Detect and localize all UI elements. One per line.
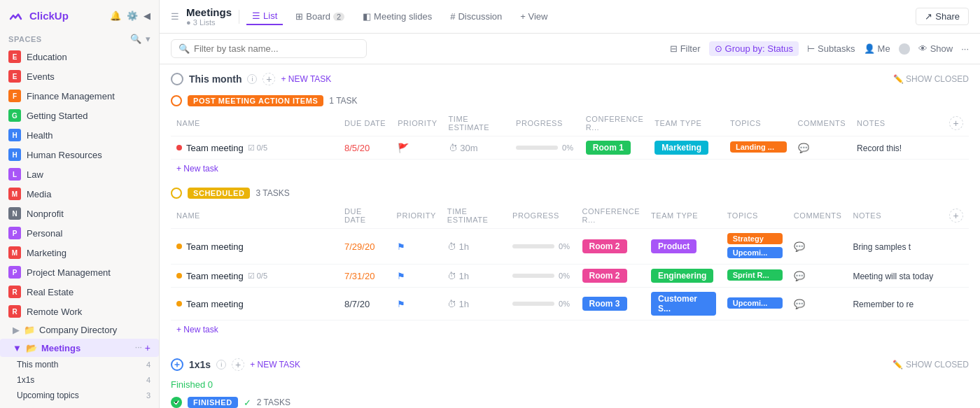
task-name-cell: Team meeting ☑ 0/5 <box>176 271 333 281</box>
folder-remote-onboarding[interactable]: ▶ 📁 Remote Onboarding <box>0 403 159 408</box>
time-estimate-cell: ⏱ 1h <box>447 241 469 252</box>
time-estimate-cell: ⏱ 1h <box>447 299 469 309</box>
toolbar-right: ⊟ Filter ⊙ Group by: Status ⊢ Subtasks 👤… <box>670 41 969 56</box>
subtasks-button[interactable]: ⊢ Subtasks <box>807 43 855 54</box>
share-button[interactable]: ↗ Share <box>916 8 969 25</box>
task-name-cell: Team meeting <box>176 299 333 309</box>
chevron-down-icon: ▼ <box>13 343 22 353</box>
more-options-button[interactable]: ··· <box>961 43 969 54</box>
sidebar-item-personal[interactable]: P Personal <box>0 223 159 243</box>
meetings-subitem-1x1s[interactable]: 1x1s 4 <box>0 372 159 388</box>
chevron-right-icon: ▶ <box>13 325 20 335</box>
comments-cell[interactable]: 💬 <box>794 299 805 309</box>
col-header-add[interactable]: + <box>944 111 969 136</box>
new-task-button-1x1s[interactable]: + NEW TASK <box>250 360 300 370</box>
filter-icon: ⊟ <box>670 43 678 54</box>
col-header-add[interactable]: + <box>944 203 969 229</box>
col-header-time: TIME ESTIMATE <box>442 203 507 229</box>
settings-icon[interactable]: ⚙️ <box>127 10 138 21</box>
filter-button[interactable]: ⊟ Filter <box>670 43 701 54</box>
bell-icon[interactable]: 🔔 <box>110 10 121 21</box>
finished-check-icon: ✓ <box>244 398 251 408</box>
add-task-circle-button-1x1s[interactable]: + <box>232 358 244 371</box>
sidebar-item-remote-work[interactable]: R Remote Work <box>0 302 159 321</box>
tab-meeting-slides[interactable]: ◧ Meeting slides <box>357 8 438 24</box>
sidebar-item-real-estate[interactable]: R Real Estate <box>0 282 159 302</box>
search-icon[interactable]: 🔍 <box>130 34 141 44</box>
sidebar-item-events[interactable]: E Events <box>0 66 159 86</box>
pencil-icon: ✏️ <box>893 74 904 84</box>
progress-cell: 0% <box>516 143 575 152</box>
sidebar-item-health[interactable]: H Health <box>0 125 159 145</box>
due-date-cell: 8/7/20 <box>344 299 370 309</box>
comments-cell[interactable]: 💬 <box>794 241 805 252</box>
task-status-dot <box>176 273 182 279</box>
status-group-header-scheduled: SCHEDULED 3 TASKS <box>171 183 969 203</box>
info-icon[interactable]: i <box>247 74 257 84</box>
sidebar-item-finance[interactable]: F Finance Management <box>0 86 159 106</box>
new-task-link-post-meeting[interactable]: + New task <box>171 160 969 178</box>
col-header-notes: NOTES <box>847 203 944 229</box>
info-icon-1x1s[interactable]: i <box>216 360 226 370</box>
search-input[interactable] <box>194 43 334 54</box>
show-closed-button[interactable]: ✏️ SHOW CLOSED <box>893 74 969 84</box>
show-closed-button-1x1s[interactable]: ✏️ SHOW CLOSED <box>892 360 969 370</box>
col-header-name: NAME <box>171 203 339 229</box>
sidebar-item-law[interactable]: L Law <box>0 164 159 184</box>
topbar-left: ☰ Meetings ● 3 Lists ☰ List ⊞ Board 2 <box>171 6 910 27</box>
status-badge-post-meeting: POST MEETING ACTION ITEMS <box>188 95 323 106</box>
table-row: Team meeting 7/29/20 ⚑ ⏱ 1h 0% <box>171 229 969 265</box>
avatar-filter-button[interactable] <box>899 43 910 55</box>
chevron-down-icon[interactable]: ▾ <box>146 34 150 44</box>
team-type-cell: Marketing <box>654 141 708 155</box>
sidebar-item-getting-started[interactable]: G Getting Started <box>0 106 159 125</box>
sidebar-header: ClickUp 🔔 ⚙️ ◀ <box>0 0 159 31</box>
sidebar-item-project-management[interactable]: P Project Management <box>0 262 159 282</box>
col-header-priority: PRIORITY <box>392 111 442 136</box>
folder-company-directory[interactable]: ▶ 📁 Company Directory <box>0 321 159 339</box>
folder-icon: 📂 <box>26 343 37 353</box>
col-header-due-date: DUE DATE <box>339 203 391 229</box>
add-task-circle-button[interactable]: + <box>262 73 275 85</box>
task-subtask: ☑ 0/5 <box>248 272 267 281</box>
me-button[interactable]: 👤 Me <box>864 43 890 54</box>
notes-cell: Remember to re <box>853 300 913 309</box>
comments-cell[interactable]: 💬 <box>798 143 809 153</box>
main-area: ☰ Meetings ● 3 Lists ☰ List ⊞ Board 2 <box>160 0 980 408</box>
show-button[interactable]: 👁 Show <box>918 43 953 54</box>
folder-meetings[interactable]: ▼ 📂 Meetings ··· + <box>0 339 159 357</box>
more-icon[interactable]: ··· <box>135 342 142 353</box>
task-count-scheduled: 3 TASKS <box>255 188 289 198</box>
due-date-cell: 7/31/20 <box>344 271 374 281</box>
meetings-subitem-upcoming-topics[interactable]: Upcoming topics 3 <box>0 388 159 403</box>
meetings-subitem-this-month[interactable]: This month 4 <box>0 357 159 372</box>
group-by-status-button[interactable]: ⊙ Group by: Status <box>709 41 799 56</box>
new-task-button-this-month[interactable]: + NEW TASK <box>281 74 331 84</box>
section-title-1x1s: 1x1s <box>189 359 211 370</box>
tab-view[interactable]: + View <box>514 8 553 24</box>
conference-room-cell: Room 1 <box>586 141 631 155</box>
new-task-link-scheduled[interactable]: + New task <box>171 321 969 339</box>
status-group-scheduled: SCHEDULED 3 TASKS NAME DUE DATE PRIORITY… <box>171 183 969 339</box>
sidebar-item-media[interactable]: M Media <box>0 184 159 204</box>
add-icon[interactable]: + <box>145 342 150 353</box>
col-header-conf: CONFERENCE R... <box>577 203 646 229</box>
tab-discussion[interactable]: # Discussion <box>444 8 507 24</box>
tab-list[interactable]: ☰ List <box>246 8 283 25</box>
sidebar-item-marketing[interactable]: M Marketing <box>0 243 159 262</box>
sidebar-item-nonprofit[interactable]: N Nonprofit <box>0 204 159 223</box>
notes-cell: Record this! <box>857 143 902 153</box>
table-header-row: NAME DUE DATE PRIORITY TIME ESTIMATE PRO… <box>171 111 969 136</box>
sidebar-item-human-resources[interactable]: H Human Resources <box>0 145 159 164</box>
tab-board[interactable]: ⊞ Board 2 <box>290 8 350 24</box>
more-icon: ··· <box>961 43 969 54</box>
sidebar: ClickUp 🔔 ⚙️ ◀ SPACES 🔍 ▾ E Education <box>0 0 160 408</box>
col-header-time: TIME ESTIMATE <box>443 111 511 136</box>
section-header-1x1s: 1x1s i + + NEW TASK ✏️ SHOW CLOSED <box>160 350 980 377</box>
collapse-icon[interactable]: ◀ <box>144 10 150 21</box>
sidebar-item-education[interactable]: E Education <box>0 47 159 66</box>
comments-cell[interactable]: 💬 <box>794 271 805 281</box>
search-bar[interactable]: 🔍 <box>171 39 367 58</box>
status-circle-scheduled <box>171 188 182 199</box>
col-header-team: TEAM TYPE <box>649 111 724 136</box>
